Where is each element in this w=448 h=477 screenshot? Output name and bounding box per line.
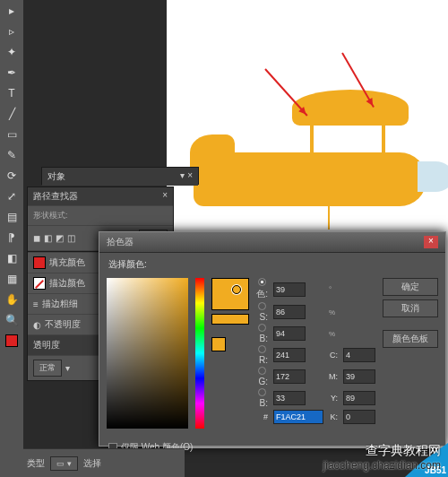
stroke-color-label: 描边颜色	[49, 277, 85, 290]
fill-color-label: 填充颜色	[49, 256, 85, 269]
pathfinder-panel-title[interactable]: 路径查找器	[33, 190, 78, 203]
type-select[interactable]: ▭ ▾	[50, 456, 78, 471]
r-label: R:	[256, 345, 268, 365]
k-input[interactable]	[343, 410, 375, 424]
rect-tool-icon[interactable]: ▭	[2, 125, 22, 144]
shape-mode-label: 形状模式:	[33, 210, 68, 221]
align-panel-title: 对象	[47, 170, 65, 183]
stroke-weight-label: 描边粗细	[42, 298, 78, 310]
plane-gear-shape	[328, 204, 330, 230]
plane-body-shape	[194, 152, 426, 206]
stroke-swatch-icon[interactable]	[33, 277, 46, 290]
fill-swatch-icon[interactable]	[33, 256, 46, 269]
selection-tool-icon[interactable]: ▸	[2, 1, 22, 21]
k-label: K:	[329, 412, 338, 421]
g-label: G:	[256, 367, 268, 386]
m-label: M:	[329, 372, 338, 381]
gradient-tool-icon[interactable]: ▤	[2, 207, 22, 227]
bottom-options-bar: 类型 ▭ ▾ 选择	[23, 448, 185, 477]
opacity-icon[interactable]: ◐	[33, 320, 41, 330]
plane-nose-shape	[418, 161, 448, 192]
hue-slider[interactable]	[195, 278, 204, 429]
b-label: B:	[256, 388, 268, 408]
color-picker-dialog: 拾色器 × 选择颜色: 色:° S:% B:% R:C: G:M: B	[99, 231, 446, 447]
hue-label: 色:	[256, 278, 268, 300]
bri-label: B:	[256, 324, 268, 343]
hue-input[interactable]	[273, 282, 306, 297]
hand-tool-icon[interactable]: ✋	[2, 290, 22, 309]
dialog-title: 拾色器	[107, 236, 134, 248]
panel-menu-icon[interactable]: ▾ ×	[180, 170, 193, 183]
pen-tool-icon[interactable]: ✒	[2, 63, 22, 82]
zoom-tool-icon[interactable]: 🔍	[2, 310, 22, 330]
stroke-weight-icon[interactable]: ≡	[33, 299, 39, 309]
direct-select-tool-icon[interactable]: ▹	[2, 22, 22, 41]
hex-label: #	[256, 412, 268, 421]
b-radio[interactable]	[258, 388, 266, 396]
brush-tool-icon[interactable]: ✎	[2, 145, 22, 165]
r-radio[interactable]	[258, 345, 266, 353]
c-input[interactable]	[343, 348, 375, 362]
hue-radio[interactable]	[258, 278, 266, 286]
c-label: C:	[329, 351, 338, 360]
y-label: Y:	[329, 394, 338, 403]
m-input[interactable]	[343, 369, 375, 384]
swatches-button[interactable]: 颜色色板	[383, 330, 438, 348]
bri-radio[interactable]	[258, 324, 266, 332]
tools-panel: ▸ ▹ ✦ ✒ T ╱ ▭ ✎ ⟳ ⤢ ▤ ⁋ ◧ ▦ ✋ 🔍	[0, 0, 23, 477]
type-label: 类型	[27, 457, 45, 470]
saturation-value-field[interactable]	[107, 278, 188, 429]
color-cursor-icon[interactable]	[232, 285, 241, 294]
b-input[interactable]	[273, 391, 306, 405]
panel-close-icon[interactable]: ×	[162, 190, 168, 203]
type-tool-icon[interactable]: T	[2, 83, 22, 103]
bri-input[interactable]	[273, 326, 306, 341]
opacity-label: 不透明度	[45, 318, 81, 331]
plane-strut	[382, 124, 385, 154]
scale-tool-icon[interactable]: ⤢	[2, 186, 22, 206]
watermark-bottom: jiaocheng.chazidian.com	[323, 459, 441, 472]
sat-label: S:	[256, 302, 268, 322]
hex-input[interactable]	[273, 410, 323, 424]
ok-button[interactable]: 确定	[383, 278, 438, 296]
exclude-icon[interactable]: ◫	[67, 233, 75, 243]
watermark-top: 查字典教程网	[366, 443, 441, 459]
rotate-tool-icon[interactable]: ⟳	[2, 166, 22, 186]
close-icon[interactable]: ×	[424, 236, 438, 248]
unite-icon[interactable]: ◼	[33, 233, 40, 243]
blend-tool-icon[interactable]: ◧	[2, 248, 22, 268]
g-input[interactable]	[273, 369, 306, 384]
minus-front-icon[interactable]: ◧	[44, 233, 52, 243]
y-input[interactable]	[343, 391, 375, 405]
select-color-label: 选择颜色:	[108, 259, 147, 269]
plane-wing-shape	[292, 90, 409, 126]
fill-swatch-icon[interactable]	[2, 331, 22, 351]
intersect-icon[interactable]: ◩	[56, 233, 64, 243]
plane-strut	[310, 124, 314, 154]
line-tool-icon[interactable]: ╱	[2, 104, 22, 124]
new-color-preview	[211, 278, 249, 310]
old-color-preview[interactable]	[211, 314, 249, 325]
chevron-down-icon[interactable]: ▾	[65, 363, 70, 373]
sat-input[interactable]	[273, 305, 306, 319]
eyedropper-tool-icon[interactable]: ⁋	[2, 228, 22, 247]
annotation-arrow-icon	[264, 68, 307, 116]
transparency-tab[interactable]: 透明度	[33, 339, 60, 351]
align-panel[interactable]: 对象▾ ×	[41, 167, 199, 185]
g-radio[interactable]	[258, 367, 266, 375]
select-label: 选择	[83, 457, 101, 470]
sat-radio[interactable]	[258, 302, 266, 310]
blend-mode-select[interactable]: 正常	[33, 360, 62, 377]
nearest-websafe-swatch[interactable]	[211, 337, 226, 351]
wand-tool-icon[interactable]: ✦	[2, 42, 22, 62]
cancel-button[interactable]: 取消	[383, 299, 438, 317]
r-input[interactable]	[273, 348, 306, 362]
artboard-tool-icon[interactable]: ▦	[2, 269, 22, 289]
